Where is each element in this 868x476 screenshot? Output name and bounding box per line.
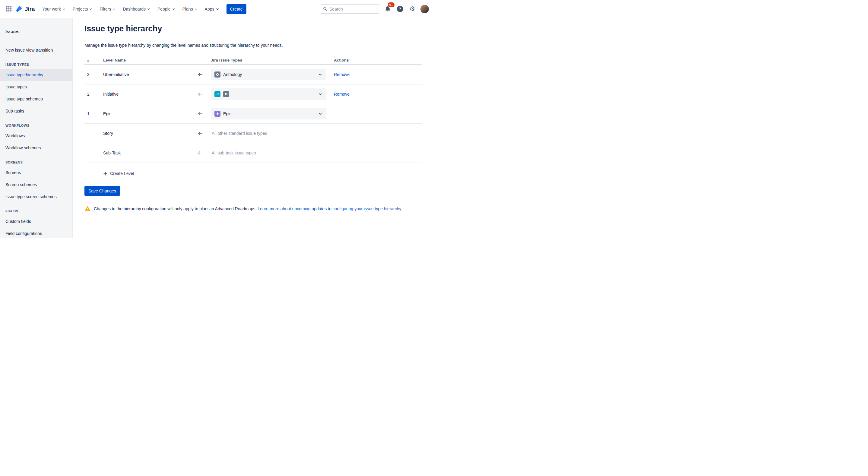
level-name: Sub-Task xyxy=(101,151,191,155)
chevron-down-icon xyxy=(147,7,151,11)
app-switcher-button[interactable] xyxy=(4,4,14,14)
issue-types-static-text: All sub-task issue types xyxy=(211,151,256,155)
level-name: Epic xyxy=(101,111,191,116)
generic-issue-type-icon xyxy=(223,91,229,97)
warning-text: Changes to the hierarchy configuration w… xyxy=(94,206,256,211)
sidebar-section-fields: FIELDS xyxy=(5,209,72,213)
app-switcher-icon xyxy=(6,6,12,12)
nav-item-dashboards[interactable]: Dashboards xyxy=(119,4,154,13)
notifications-button[interactable]: 9+ xyxy=(382,4,393,14)
nav-item-apps[interactable]: Apps xyxy=(202,4,223,13)
chevron-down-icon xyxy=(215,7,220,11)
level-number: 2 xyxy=(85,92,101,96)
nav-item-filters[interactable]: Filters xyxy=(96,4,119,13)
global-search[interactable] xyxy=(320,4,380,13)
save-changes-button[interactable]: Save Changes xyxy=(85,186,120,196)
chevron-down-icon xyxy=(112,7,116,11)
primary-nav: Your work Projects Filters Dashboards Pe… xyxy=(39,4,223,13)
sidebar-section-workflows: WORKFLOWS xyxy=(5,124,72,128)
hierarchy-row-uber-initiative: 3 Uber-initiative Anthology Remove xyxy=(85,65,422,85)
arrow-left-icon xyxy=(197,150,203,156)
sidebar-section-screens: SCREENS xyxy=(5,160,72,165)
issue-types-select-uber-initiative[interactable]: Anthology xyxy=(211,69,326,80)
sidebar-section-issue-types: ISSUE TYPES xyxy=(5,63,72,67)
settings-button[interactable]: ⚙ xyxy=(407,4,417,14)
level-number: 3 xyxy=(85,72,101,77)
gear-icon: ⚙ xyxy=(409,6,415,12)
page-description: Manage the issue type hierarchy by chang… xyxy=(85,42,422,48)
remove-level-2-button[interactable]: Remove xyxy=(334,92,349,96)
issue-types-static-text: All other standard issue types xyxy=(211,131,267,136)
table-header-row: # Level Name Jira Issue Types Actions xyxy=(85,58,422,65)
hierarchy-row-story: Story All other standard issue types xyxy=(85,124,422,143)
search-icon xyxy=(323,7,327,11)
hierarchy-row-epic: 1 Epic Epic xyxy=(85,104,422,124)
warning-message: Changes to the hierarchy configuration w… xyxy=(85,206,422,212)
hierarchy-row-sub-task: Sub-Task All sub-task issue types xyxy=(85,143,422,163)
sidebar-item-workflow-schemes[interactable]: Workflow schemes xyxy=(0,142,72,154)
sidebar-item-issue-type-schemes[interactable]: Issue type schemes xyxy=(0,93,72,105)
warning-icon xyxy=(85,206,91,212)
selected-issue-type-label: Anthology xyxy=(223,72,242,77)
sidebar-item-screens[interactable]: Screens xyxy=(0,167,72,179)
sidebar-item-issue-type-hierarchy[interactable]: Issue type hierarchy xyxy=(0,69,72,81)
jira-logo-text: Jira xyxy=(25,6,35,12)
remove-level-3-button[interactable]: Remove xyxy=(334,72,349,77)
sidebar-item-workflows[interactable]: Workflows xyxy=(0,130,72,142)
arrow-left-icon xyxy=(197,91,203,97)
sidebar-item-screen-schemes[interactable]: Screen schemes xyxy=(0,179,72,191)
arrow-left-icon xyxy=(197,71,203,78)
arrow-left-icon xyxy=(197,111,203,117)
page-title: Issue type hierarchy xyxy=(85,24,422,34)
help-button[interactable]: ? xyxy=(395,4,405,14)
sidebar-item-issue-type-screen-schemes[interactable]: Issue type screen schemes xyxy=(0,191,72,203)
header-actions: Actions xyxy=(326,58,422,63)
create-level-button[interactable]: Create Level xyxy=(103,170,134,177)
nav-item-your-work[interactable]: Your work xyxy=(39,4,69,13)
chevron-down-icon xyxy=(62,7,66,11)
jira-logo-icon xyxy=(16,5,23,13)
plus-icon xyxy=(103,171,108,176)
search-input[interactable] xyxy=(329,7,377,11)
level-name: Initiative xyxy=(101,92,191,96)
hierarchy-table: # Level Name Jira Issue Types Actions 3 … xyxy=(85,58,422,163)
sidebar-item-custom-fields[interactable]: Custom fields xyxy=(0,215,72,228)
sidebar-item-issue-types[interactable]: Issue types xyxy=(0,81,72,93)
nav-item-people[interactable]: People xyxy=(154,4,179,13)
help-icon: ? xyxy=(397,6,403,12)
notification-badge: 9+ xyxy=(387,2,395,8)
chevron-down-icon xyxy=(318,72,323,77)
epic-issue-type-icon xyxy=(214,111,220,117)
level-name: Uber-initiative xyxy=(101,72,191,77)
navbar-right-cluster: 9+ ? ⚙ xyxy=(320,4,430,14)
sidebar-item-sub-tasks[interactable]: Sub-tasks xyxy=(0,105,72,117)
issue-types-select-initiative[interactable]: LE xyxy=(211,88,326,100)
arrow-left-icon xyxy=(197,130,203,136)
sidebar-item-field-configurations[interactable]: Field configurations xyxy=(0,228,72,238)
chevron-down-icon xyxy=(318,92,323,96)
avatar xyxy=(421,5,429,13)
settings-sidebar: Issues New issue view transition ISSUE T… xyxy=(0,18,73,238)
selected-issue-type-label: Epic xyxy=(223,111,231,116)
warning-suffix: . xyxy=(401,206,402,211)
level-name: Story xyxy=(101,131,191,136)
chevron-down-icon xyxy=(318,111,323,116)
header-level-name: Level Name xyxy=(101,58,191,63)
chevron-down-icon xyxy=(194,7,198,11)
chevron-down-icon xyxy=(172,7,176,11)
nav-item-plans[interactable]: Plans xyxy=(179,4,202,13)
sidebar-title: Issues xyxy=(5,29,72,34)
create-button[interactable]: Create xyxy=(226,4,246,14)
warning-learn-more-link[interactable]: Learn more about upcoming updates to con… xyxy=(257,206,401,211)
issue-types-select-epic[interactable]: Epic xyxy=(211,108,326,119)
top-navbar: Jira Your work Projects Filters Dashboar… xyxy=(0,0,434,18)
le-issue-type-badge: LE xyxy=(214,91,220,97)
main-content: Issue type hierarchy Manage the issue ty… xyxy=(73,18,434,238)
profile-button[interactable] xyxy=(420,4,430,14)
header-number: # xyxy=(85,58,101,63)
hierarchy-row-initiative: 2 Initiative LE Remove xyxy=(85,85,422,104)
sidebar-item-new-issue-view-transition[interactable]: New issue view transition xyxy=(0,44,72,56)
jira-logo[interactable]: Jira xyxy=(16,5,35,13)
chevron-down-icon xyxy=(89,7,93,11)
nav-item-projects[interactable]: Projects xyxy=(69,4,96,13)
